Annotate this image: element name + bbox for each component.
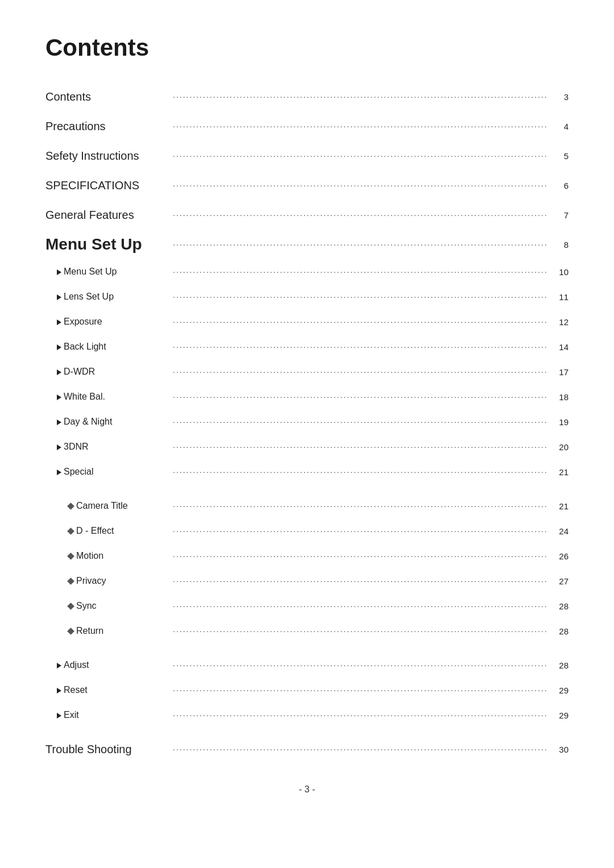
toc-label-text: Return: [76, 626, 103, 636]
toc-label-contents: Contents: [45, 90, 171, 103]
toc-label-text: Trouble Shooting: [45, 743, 132, 755]
toc-dots: ········································…: [171, 627, 548, 635]
toc-label-text: Menu Set Up: [64, 267, 117, 276]
toc-label-sync: Sync: [45, 601, 171, 611]
toc-dots: ········································…: [171, 211, 548, 219]
toc-row-general-features: General Features························…: [45, 202, 569, 227]
toc-page-exposure: 12: [551, 317, 569, 327]
toc-row-camera-title: Camera Title····························…: [45, 493, 569, 518]
diamond-icon: [67, 603, 74, 610]
toc-label-text: Sync: [76, 601, 97, 610]
toc-label-text: SPECIFICATIONS: [45, 179, 139, 192]
toc-row-special: Special·································…: [45, 459, 569, 484]
toc-row-3dnr: 3DNR····································…: [45, 434, 569, 459]
toc-label-specifications: SPECIFICATIONS: [45, 179, 171, 192]
toc-page-return: 28: [551, 626, 569, 636]
toc-dots: ········································…: [171, 318, 548, 326]
toc-page-general-features: 7: [551, 210, 569, 220]
toc-page-special: 21: [551, 467, 569, 477]
toc-label-text: Day & Night: [64, 417, 112, 426]
toc-dots: ········································…: [171, 686, 548, 694]
triangle-icon: [57, 294, 61, 300]
toc-row-lens-set-up: Lens Set Up·····························…: [45, 284, 569, 309]
toc-label-text: White Bal.: [64, 392, 105, 401]
toc-label-motion: Motion: [45, 551, 171, 561]
toc-dots: ········································…: [171, 711, 548, 719]
toc-page-adjust: 28: [551, 661, 569, 670]
toc-label-text: 3DNR: [64, 442, 89, 451]
toc-label-text: Privacy: [76, 576, 106, 585]
toc-label-text: D-WDR: [64, 367, 95, 376]
toc-row-precautions: Precautions·····························…: [45, 114, 569, 139]
toc-label-text: Reset: [64, 685, 88, 695]
toc-dots: ········································…: [171, 443, 548, 451]
toc-row-reset: Reset···································…: [45, 678, 569, 703]
toc-label-text: Contents: [45, 90, 91, 103]
toc-page-camera-title: 21: [551, 501, 569, 511]
toc-dots: ········································…: [171, 468, 548, 476]
triangle-icon: [57, 344, 61, 350]
toc-dots: ········································…: [171, 240, 548, 248]
triangle-icon: [57, 369, 61, 375]
toc-dots: ········································…: [171, 293, 548, 301]
toc-label-exposure: Exposure: [45, 317, 171, 327]
diamond-icon: [67, 502, 74, 510]
toc-label-general-features: General Features: [45, 209, 171, 222]
toc-label-text: Exit: [64, 710, 79, 720]
toc-row-back-light: Back Light······························…: [45, 334, 569, 359]
toc-page-precautions: 4: [551, 122, 569, 131]
triangle-icon: [57, 663, 61, 668]
toc-label-d-effect: D - Effect: [45, 526, 171, 536]
triangle-icon: [57, 269, 61, 275]
toc-dots: ········································…: [171, 152, 548, 160]
triangle-icon: [57, 420, 61, 425]
toc-page-3dnr: 20: [551, 442, 569, 452]
toc-page-reset: 29: [551, 686, 569, 695]
toc-label-text: Exposure: [64, 317, 102, 326]
toc-label-text: Camera Title: [76, 501, 128, 510]
toc-label-return: Return: [45, 626, 171, 636]
diamond-icon: [67, 528, 74, 535]
toc-row-d-effect: D - Effect······························…: [45, 518, 569, 543]
diamond-icon: [67, 553, 74, 560]
toc-row-sync: Sync····································…: [45, 593, 569, 618]
toc-label-privacy: Privacy: [45, 576, 171, 586]
toc-page-menu-setup: 8: [551, 240, 569, 250]
toc-dots: ········································…: [171, 268, 548, 276]
diamond-icon: [67, 628, 74, 635]
toc-row-d-wdr: D-WDR···································…: [45, 359, 569, 384]
toc-page-back-light: 14: [551, 342, 569, 352]
triangle-icon: [57, 688, 61, 693]
toc-dots: ········································…: [171, 343, 548, 351]
toc-dots: ········································…: [171, 552, 548, 560]
toc-page-d-wdr: 17: [551, 367, 569, 377]
triangle-icon: [57, 394, 61, 400]
toc-label-text: Adjust: [64, 660, 89, 670]
toc-label-reset: Reset: [45, 685, 171, 695]
toc-page-white-bal: 18: [551, 392, 569, 402]
toc-container: Contents································…: [45, 84, 569, 762]
toc-page-trouble-shooting: 30: [551, 745, 569, 754]
toc-label-menu-setup: Menu Set Up: [45, 235, 171, 254]
toc-dots: ········································…: [171, 181, 548, 189]
toc-row-return: Return··································…: [45, 618, 569, 643]
toc-dots: ········································…: [171, 577, 548, 585]
toc-label-text: Back Light: [64, 342, 106, 351]
toc-label-text: Sefety Instructions: [45, 149, 139, 162]
toc-label-lens-set-up: Lens Set Up: [45, 292, 171, 302]
toc-label-back-light: Back Light: [45, 342, 171, 352]
toc-row-motion: Motion··································…: [45, 543, 569, 568]
toc-row-menu-setup: Menu Set Up·····························…: [45, 232, 569, 257]
triangle-icon: [57, 470, 61, 475]
toc-dots: ········································…: [171, 122, 548, 130]
toc-label-text: General Features: [45, 209, 134, 221]
toc-page-safety: 5: [551, 151, 569, 161]
toc-dots: ········································…: [171, 368, 548, 376]
toc-dots: ········································…: [171, 93, 548, 101]
toc-dots: ········································…: [171, 393, 548, 401]
toc-label-precautions: Precautions: [45, 120, 171, 133]
page-title: Contents: [45, 34, 569, 61]
toc-page-day-night: 19: [551, 417, 569, 427]
toc-page-motion: 26: [551, 551, 569, 561]
toc-label-text: Precautions: [45, 120, 106, 132]
